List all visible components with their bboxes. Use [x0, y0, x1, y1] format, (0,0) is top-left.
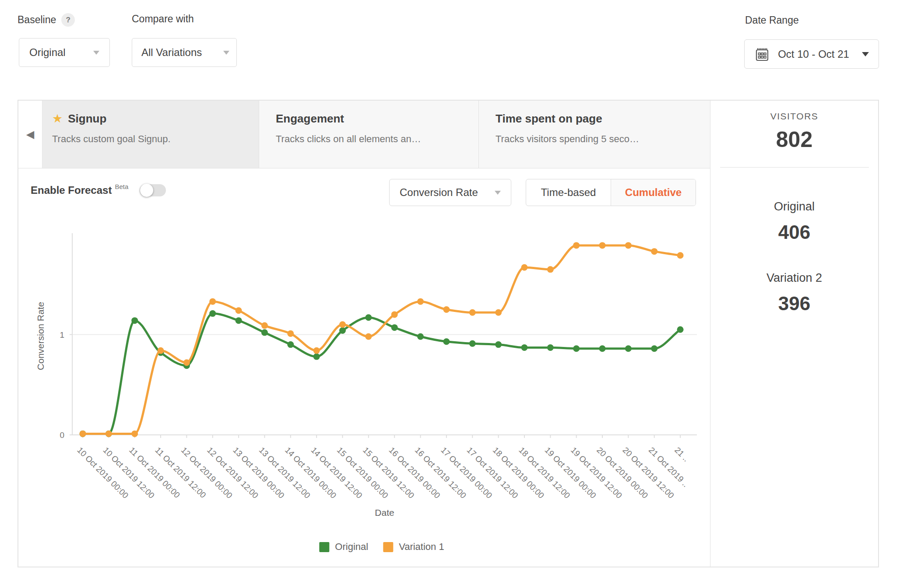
date-range-select[interactable]: Oct 10 - Oct 21: [744, 39, 879, 69]
data-point: [339, 321, 346, 328]
data-point: [651, 345, 657, 352]
toggle-knob: [140, 184, 153, 197]
data-point: [599, 345, 606, 352]
data-point: [261, 329, 268, 336]
mode-time-based[interactable]: Time-based: [526, 179, 611, 206]
data-point: [209, 310, 216, 317]
chart-legend: Original Variation 1: [319, 541, 444, 553]
y-axis-tick-label: 1: [60, 330, 64, 340]
data-point: [158, 347, 164, 354]
data-point: [547, 344, 554, 351]
goal-tab-description: Tracks custom goal Signup.: [52, 133, 246, 145]
data-point: [469, 340, 476, 347]
data-point: [521, 344, 527, 351]
data-point: [236, 317, 242, 324]
beta-badge: Beta: [115, 183, 128, 190]
data-point: [287, 341, 294, 348]
conversion-rate-chart: 0110 Oct 2019 00:0010 Oct 2019 12:0011 O…: [18, 207, 711, 544]
stat-value-variation-2: 396: [710, 293, 878, 315]
chevron-down-icon: [495, 191, 501, 195]
chart-mode-segmented-control: Time-based Cumulative: [526, 179, 696, 206]
data-point: [339, 327, 346, 334]
goal-tab-strip: ◀ ★ Signup Tracks custom goal Signup. En…: [18, 101, 710, 168]
calendar-icon: [756, 47, 769, 61]
data-point: [209, 298, 216, 305]
data-point: [443, 338, 450, 345]
series-line-original: [83, 314, 680, 434]
visitors-value: 802: [710, 127, 878, 152]
data-point: [495, 309, 502, 316]
x-axis-title: Date: [375, 508, 394, 518]
data-point: [573, 242, 580, 248]
x-axis-tick-label: 21 ..: [673, 445, 691, 463]
data-point: [313, 354, 320, 360]
data-point: [131, 430, 138, 437]
panel-divider: [720, 167, 869, 168]
enable-forecast-label: Enable Forecast: [31, 184, 112, 196]
legend-swatch-original: [319, 542, 329, 552]
goal-tab-title: Time spent on page: [496, 112, 602, 126]
data-point: [365, 314, 372, 321]
visitors-label: VISITORS: [710, 111, 878, 122]
x-axis-tick-label: 10 Oct 2019 00:00: [75, 445, 130, 500]
metric-select[interactable]: Conversion Rate: [389, 179, 511, 206]
data-point: [573, 345, 580, 352]
metric-select-value: Conversion Rate: [400, 186, 478, 199]
date-range-label: Date Range: [745, 14, 799, 26]
data-point: [625, 242, 632, 248]
data-point: [261, 322, 268, 329]
baseline-select[interactable]: Original: [19, 38, 110, 67]
legend-item-variation-1[interactable]: Variation 1: [383, 541, 444, 553]
data-point: [236, 307, 242, 314]
data-point: [313, 347, 320, 354]
data-point: [521, 264, 527, 271]
data-point: [625, 345, 632, 352]
data-point: [365, 333, 372, 340]
tab-goal-time-on-page[interactable]: Time spent on page Tracks visitors spend…: [479, 101, 710, 168]
y-axis-tick-label: 0: [60, 430, 64, 440]
arrow-left-icon: ◀: [26, 128, 34, 140]
goal-tab-description: Tracks visitors spending 5 seco…: [496, 133, 697, 145]
mode-cumulative[interactable]: Cumulative: [611, 179, 696, 206]
stat-label-original: Original: [710, 200, 878, 214]
tabs-scroll-left-button[interactable]: ◀: [18, 101, 42, 168]
compare-with-label: Compare with: [132, 13, 194, 25]
legend-item-original[interactable]: Original: [319, 541, 368, 553]
data-point: [677, 252, 684, 259]
data-point: [417, 333, 424, 340]
data-point: [80, 430, 86, 437]
baseline-select-value: Original: [29, 46, 66, 59]
data-point: [547, 266, 554, 273]
stat-label-variation-2: Variation 2: [710, 271, 878, 285]
data-point: [469, 309, 476, 316]
report-card: ◀ ★ Signup Tracks custom goal Signup. En…: [18, 100, 879, 567]
baseline-help-icon[interactable]: ?: [61, 13, 75, 27]
data-point: [391, 324, 398, 331]
legend-swatch-variation-1: [383, 542, 393, 552]
tab-goal-engagement[interactable]: Engagement Tracks clicks on all elements…: [259, 101, 479, 168]
data-point: [651, 248, 657, 255]
tab-goal-signup[interactable]: ★ Signup Tracks custom goal Signup.: [42, 101, 259, 168]
y-axis-title: Conversion Rate: [35, 302, 46, 370]
stat-value-original: 406: [710, 221, 878, 243]
series-line-variation-1: [83, 245, 680, 434]
data-point: [677, 326, 684, 333]
goal-tab-title: Engagement: [276, 112, 344, 126]
data-point: [131, 317, 138, 324]
chevron-down-icon: [93, 51, 99, 55]
data-point: [105, 430, 112, 437]
data-point: [183, 359, 190, 366]
data-point: [495, 341, 502, 348]
data-point: [417, 298, 424, 305]
forecast-toggle[interactable]: [140, 184, 166, 196]
visitors-panel: VISITORS 802 Original 406 Variation 2 39…: [710, 101, 878, 567]
chart-area: Enable Forecast Beta Conversion Rate Tim…: [18, 168, 710, 567]
compare-with-select-value: All Variations: [141, 46, 202, 59]
goal-tab-title: Signup: [68, 112, 106, 126]
compare-with-select[interactable]: All Variations: [132, 38, 237, 67]
star-icon: ★: [52, 113, 63, 125]
data-point: [287, 330, 294, 337]
baseline-label: Baseline ?: [18, 13, 75, 27]
goal-tab-description: Tracks clicks on all elements an…: [276, 133, 465, 145]
date-range-value: Oct 10 - Oct 21: [778, 48, 849, 60]
